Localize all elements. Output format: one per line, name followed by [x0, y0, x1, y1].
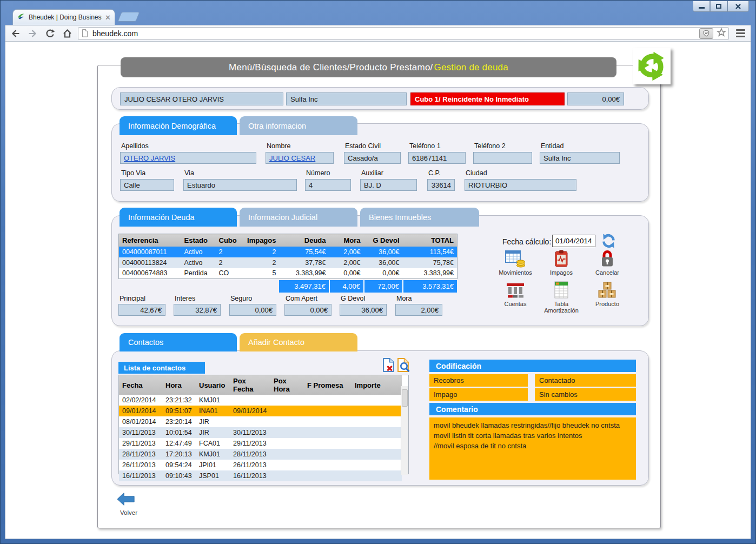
forward-arrow-icon [28, 29, 38, 38]
tab-informacion-deuda[interactable]: Información Deuda [120, 208, 237, 227]
cp-field: 33614 [427, 179, 455, 191]
forward-button[interactable] [26, 27, 39, 40]
auxiliar-field: BJ. D [360, 179, 417, 191]
amortization-table-icon [540, 280, 583, 299]
browser-menu-button[interactable] [733, 28, 747, 39]
tab-title: Bheudek | Doing Business [29, 14, 102, 21]
com-apert-field: 0,00€ [284, 304, 331, 316]
contacts-panel: Lista de contactos Fecha Hora Usuario Po [111, 350, 649, 486]
contact-header-row: Fecha Hora Usuario Pox Fecha Pox Hora F … [119, 375, 402, 395]
fecha-calculo-input[interactable]: 01/04/2014 [552, 235, 595, 247]
main-content-card: Menú/Búsqueda de Clientes/Producto Prest… [97, 65, 661, 528]
producto-button[interactable]: Producto [586, 280, 629, 314]
interes-field: 32,87€ [174, 304, 221, 316]
home-button[interactable] [61, 27, 74, 40]
debt-row[interactable]: 004000087011Activo2275,54€2,00€36,00€113… [119, 247, 457, 257]
cancelar-button[interactable]: Cancelar [586, 248, 629, 276]
entidad-field: Sulfa Inc [540, 152, 620, 164]
back-button[interactable] [9, 27, 22, 40]
new-tab-button[interactable] [117, 12, 140, 22]
debt-row[interactable]: 004000674883PerdidaCO53.383,99€0,00€0,00… [119, 268, 457, 279]
security-extension-button[interactable] [699, 28, 713, 39]
estado-civil-field: Casado/a [344, 152, 401, 164]
bank-accounts-icon [494, 280, 537, 299]
delete-contact-button[interactable] [382, 357, 396, 375]
bookmark-star-icon[interactable] [717, 28, 726, 39]
breadcrumb: Menú/Búsqueda de Clientes/Producto Prest… [121, 57, 616, 77]
contact-row[interactable]: 29/11/201312:47:49FCA0129/11/2013 [119, 438, 402, 449]
minimize-icon [699, 7, 705, 9]
view-contact-button[interactable] [397, 357, 410, 375]
tabla-amortizacion-button[interactable]: Tabla Amortización [540, 280, 583, 314]
shield-icon [702, 29, 711, 38]
nombre-link[interactable]: JULIO CESAR [269, 154, 315, 162]
tab-informacion-demografica[interactable]: Información Demográfica [120, 116, 237, 135]
movements-table-coins-icon [494, 248, 537, 268]
contact-row[interactable]: 16/11/201309:10:43JSP0116/11/2013 [119, 470, 402, 481]
debt-header-row: Referencia Estado Cubo Impagos Deuda Mor… [119, 234, 457, 247]
tab-anadir-contacto[interactable]: Añadir Contacto [240, 333, 357, 351]
minimize-button[interactable] [693, 1, 710, 12]
client-name: JULIO CESAR OTERO JARVIS [120, 92, 283, 105]
reload-icon [45, 29, 55, 38]
back-arrow-icon [117, 491, 135, 507]
debt-row[interactable]: 004000113824Activo2237,78€2,00€36,00€75,… [119, 257, 457, 268]
contacts-tabs: Contactos Añadir Contacto [120, 333, 357, 351]
debt-actions: Movimientos Impagos Cancelar [494, 248, 629, 314]
contact-row[interactable]: 08/01/201423:20:14JIR [119, 416, 402, 427]
contact-row[interactable]: 02/02/201423:21:32KMJ01 [119, 395, 402, 406]
recycle-arrows-icon [636, 51, 667, 81]
tab-contactos[interactable]: Contactos [120, 333, 237, 351]
numero-field: 4 [305, 179, 351, 191]
reload-button[interactable] [43, 27, 56, 40]
tab-informacion-judicial[interactable]: Informacion Judicial [240, 208, 357, 227]
contact-row[interactable]: 26/11/201309:54:24JPI0126/11/2013 [119, 460, 402, 470]
client-amount: 0,00€ [567, 92, 624, 105]
contact-row[interactable]: 28/11/201317:20:13KMJ0128/11/2013 [119, 449, 402, 460]
url-bar[interactable]: bheudek.com [78, 27, 729, 40]
browser-tab[interactable]: Bheudek | Doing Business ✕ [12, 9, 115, 25]
debt-totals-row: 3.497,31€ 4,00€ 72,00€ 3.573,31€ [279, 280, 457, 293]
url-text: bheudek.com [92, 29, 696, 38]
product-boxes-icon [586, 280, 629, 299]
via-field: Estuardo [183, 179, 297, 191]
field-label: Entidad [541, 142, 563, 150]
debt-table: Referencia Estado Cubo Impagos Deuda Mor… [118, 234, 457, 279]
field-label: Estado Civil [345, 142, 381, 150]
page-icon [81, 29, 89, 38]
contact-table: Fecha Hora Usuario Pox Fecha Pox Hora F … [119, 375, 402, 481]
field-label: Teléfono 1 [409, 142, 441, 150]
unpaid-clipboard-icon [540, 248, 583, 268]
field-label: Com Apert [286, 295, 317, 302]
tab-bienes-inmuebles[interactable]: Bienes Inmuebles [360, 208, 479, 227]
cuentas-button[interactable]: Cuentas [494, 280, 537, 314]
total-deuda: 3.497,31€ [279, 280, 329, 293]
coding-panel: Codificación Recobros Contactado Impago … [429, 360, 636, 480]
field-label: Via [184, 169, 194, 177]
field-label: Auxiliar [361, 169, 383, 177]
document-delete-icon [382, 357, 396, 373]
contact-list-scrollbar[interactable] [401, 386, 408, 475]
volver-button[interactable]: Volver [117, 491, 149, 516]
contact-row[interactable]: 30/11/201310:01:54JIR30/11/2013 [119, 427, 402, 438]
field-label: C.P. [428, 169, 441, 177]
close-icon [735, 3, 741, 10]
contact-row-selected[interactable]: 09/01/201409:51:07INA0109/01/2014 [119, 406, 402, 416]
apellidos-link[interactable]: OTERO JARVIS [124, 154, 175, 162]
maximize-button[interactable] [710, 1, 727, 12]
cancel-lock-icon [586, 248, 629, 268]
browser-window: Bheudek | Doing Business ✕ bheudek.com [0, 0, 756, 544]
movimientos-button[interactable]: Movimientos [494, 248, 537, 276]
impagos-button[interactable]: Impagos [540, 248, 583, 276]
codificacion-header: Codificación [429, 360, 636, 372]
scrollbar-thumb[interactable] [402, 389, 408, 407]
field-label: Teléfono 2 [474, 142, 506, 150]
field-label: Mora [396, 295, 412, 302]
close-button[interactable] [727, 1, 749, 12]
refresh-page-button[interactable] [633, 48, 671, 84]
tab-otra-informacion[interactable]: Otra informacion [240, 116, 357, 135]
contact-list: Fecha Hora Usuario Pox Fecha Pox Hora F … [118, 375, 409, 474]
document-search-icon [397, 357, 410, 373]
client-entity: Sulfa Inc [286, 92, 407, 105]
tab-close-icon[interactable]: ✕ [105, 14, 111, 21]
